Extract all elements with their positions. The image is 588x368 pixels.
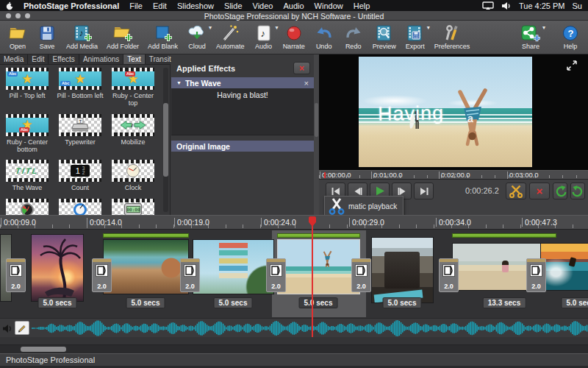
transition-6[interactable]: 2.0 xyxy=(439,258,459,292)
timeline-ruler[interactable]: 0:00:09.0 0:00:14.0 0:00:19.0 0:00:24.0 … xyxy=(0,215,588,230)
split-clip-button[interactable] xyxy=(506,183,526,199)
current-time-display: 0:00:26.2 xyxy=(465,186,499,195)
transition-4[interactable]: 2.0 xyxy=(266,258,286,292)
audio-track[interactable] xyxy=(0,318,588,337)
menu-video[interactable]: Video xyxy=(253,1,273,10)
text-effect-the-wave[interactable]: TITL The Wave xyxy=(3,160,51,191)
window-titlebar: PhotoStage Professional by NCH Software … xyxy=(0,11,588,21)
preview-button[interactable]: Preview xyxy=(368,22,401,53)
undo-arrow-icon xyxy=(315,25,333,40)
original-image-section[interactable]: Original Image xyxy=(171,141,314,152)
menubar-user[interactable]: Su xyxy=(573,1,582,10)
tab-media[interactable]: Media xyxy=(0,54,28,64)
collapse-triangle-icon[interactable]: ▼ xyxy=(176,80,182,85)
narrate-button[interactable]: Narrate xyxy=(279,22,309,53)
effect-section-the-wave[interactable]: ▼ The Wave × xyxy=(171,77,314,88)
add-blank-button[interactable]: Add Blank xyxy=(143,22,182,53)
scrollbar-thumb[interactable] xyxy=(21,347,66,352)
text-effect-ruby-center-bottom[interactable]: ★ Abc Ruby - Center bottom xyxy=(3,114,51,154)
preview-zone: Having a 0:00:00.0 0:01:00.0 0:02:00.0 0… xyxy=(319,54,588,215)
menu-slideshow[interactable]: Slideshow xyxy=(177,1,214,10)
playback-tooltip: matic playback xyxy=(324,196,404,216)
clip-beach-handstand-selected[interactable] xyxy=(277,239,360,294)
text-effect-clock[interactable]: Clock xyxy=(109,160,157,191)
text-effect-mobilize[interactable]: I Mobilize xyxy=(109,114,157,154)
delete-x-icon: × xyxy=(537,185,543,197)
text-effect-count[interactable]: 1 32 Count xyxy=(56,160,104,191)
dropdown-caret: ▾ xyxy=(542,24,545,31)
transition-3[interactable]: 2.0 xyxy=(180,258,200,292)
clip-beach-selfie[interactable] xyxy=(103,239,189,294)
undo-button[interactable]: Undo xyxy=(309,22,339,53)
applied-effects-title: Applied Effects xyxy=(176,64,235,73)
preview-seek-ruler[interactable]: 0:00:00.0 0:01:00.0 0:02:00.0 0:03:00.0 xyxy=(319,170,588,180)
cloud-button[interactable]: ▾ Cloud xyxy=(182,22,212,53)
timeline-horizontal-scrollbar[interactable] xyxy=(0,344,588,353)
tab-edit[interactable]: Edit xyxy=(28,54,49,64)
rotate-left-button[interactable] xyxy=(553,183,567,199)
effects-list-scrollbar[interactable] xyxy=(163,68,168,212)
text-effect-typewriter[interactable]: T Typewriter xyxy=(56,114,104,154)
clip-sign-post[interactable] xyxy=(193,239,274,294)
clip-duration-badge: 5.0 secs xyxy=(126,297,165,308)
tab-animations[interactable]: Animations xyxy=(79,54,123,64)
scissors-icon xyxy=(509,185,523,198)
clip-palm-sunset[interactable] xyxy=(31,234,84,302)
remove-effect-icon[interactable]: × xyxy=(304,79,309,88)
transition-1[interactable]: 2.0 xyxy=(6,258,26,292)
automate-button[interactable]: Automate xyxy=(212,22,249,53)
transition-2[interactable]: 2.0 xyxy=(92,258,112,292)
page-turn-icon xyxy=(10,264,22,277)
svg-text:T: T xyxy=(79,118,82,123)
clip-van-beach[interactable] xyxy=(371,237,434,303)
menu-file[interactable]: File xyxy=(129,1,143,10)
menubar-clock[interactable]: Tue 4:25 PM xyxy=(519,1,565,10)
filmstrip-note-plus-icon: ♪ xyxy=(73,24,92,42)
tab-effects[interactable]: Effects xyxy=(49,54,79,64)
rotate-right-button[interactable] xyxy=(570,183,585,199)
menu-window[interactable]: Window xyxy=(315,1,343,10)
transition-7[interactable]: 2.0 xyxy=(526,258,546,292)
menu-edit[interactable]: Edit xyxy=(153,1,167,10)
volume-icon[interactable] xyxy=(501,1,512,10)
transition-5[interactable]: 2.0 xyxy=(351,258,371,292)
folder-plus-icon xyxy=(113,25,132,41)
apple-icon[interactable] xyxy=(6,1,13,10)
preferences-button[interactable]: Preferences xyxy=(430,22,475,53)
share-button[interactable]: ▾ Share xyxy=(516,22,545,53)
save-button[interactable]: Save xyxy=(32,22,62,53)
preview-screen: Having a xyxy=(319,54,588,170)
filmstrip-magnifier-icon xyxy=(375,24,394,42)
applied-effects-scrollbar[interactable] xyxy=(314,54,319,215)
audio-button[interactable]: ♪ ▾ Audio xyxy=(249,22,279,53)
menu-app-name[interactable]: PhotoStage Professional xyxy=(24,1,119,10)
add-media-button[interactable]: ♪ Add Media xyxy=(62,22,102,53)
redo-button[interactable]: Redo xyxy=(339,22,368,53)
text-effect-pill-top-left[interactable]: ★ Abc Pill - Top left xyxy=(3,68,51,107)
menu-help[interactable]: Help xyxy=(354,1,370,10)
clip-surfer-sunset[interactable] xyxy=(540,243,588,291)
tools-icon xyxy=(443,24,461,42)
airplay-display-icon[interactable] xyxy=(482,1,494,10)
text-effect-pill-bottom-left[interactable]: ★ Abc Pill - Bottom left xyxy=(56,68,104,107)
menu-audio[interactable]: Audio xyxy=(283,1,304,10)
redo-arrow-icon xyxy=(345,25,362,40)
help-button[interactable]: ? Help xyxy=(556,22,585,53)
tab-text[interactable]: Text xyxy=(123,54,145,64)
mini-handstand-person xyxy=(320,250,334,269)
svg-text:I: I xyxy=(132,122,134,129)
menu-slide[interactable]: Slide xyxy=(224,1,242,10)
open-button[interactable]: Open xyxy=(3,22,32,53)
fullscreen-expand-icon[interactable] xyxy=(566,60,578,74)
export-button[interactable]: CD ▾ Export xyxy=(401,22,430,53)
clip-duration-badge: 5.0 secs xyxy=(214,297,253,308)
effect-text-input[interactable]: Having a blast! xyxy=(171,88,314,135)
skip-to-end-button[interactable] xyxy=(414,183,434,199)
playhead-line[interactable] xyxy=(312,225,313,337)
text-effect-ruby-center-top[interactable]: ★ Abc Ruby - Center top xyxy=(109,68,157,107)
svg-text:?: ? xyxy=(568,28,574,39)
close-applied-effects-button[interactable]: × xyxy=(293,62,310,74)
add-folder-button[interactable]: Add Folder xyxy=(102,22,143,53)
preview-playhead-tick xyxy=(324,172,326,178)
delete-clip-button[interactable]: × xyxy=(529,183,550,199)
